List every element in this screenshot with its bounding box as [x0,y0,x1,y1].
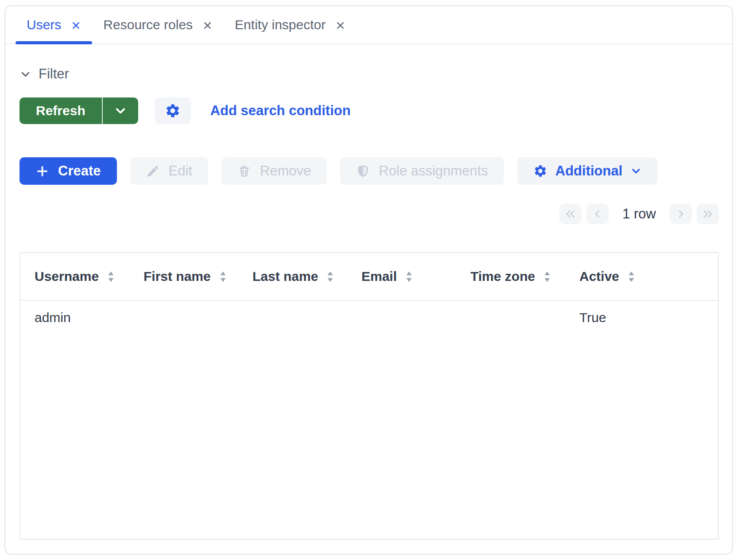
plus-icon [35,164,49,178]
filter-toggle[interactable]: Filter [19,66,69,82]
users-table: Username First name Last name [19,252,719,540]
double-chevron-left-icon [565,209,576,219]
sort-icon [327,271,334,283]
column-header-email[interactable]: Email [347,269,456,284]
edit-label: Edit [169,163,192,179]
chevron-down-icon [630,165,642,177]
trash-icon [237,164,251,178]
column-header-time-zone[interactable]: Time zone [456,269,565,284]
cell-username: admin [20,310,129,325]
refresh-split-button: Refresh [19,97,138,124]
chevron-left-icon [592,209,603,219]
sort-icon [628,271,635,283]
refresh-button[interactable]: Refresh [19,97,102,124]
column-label: Time zone [470,269,535,284]
sort-icon [220,271,226,283]
close-icon[interactable] [202,20,213,31]
column-label: Username [35,269,99,284]
filter-settings-button[interactable] [155,97,191,124]
refresh-menu-button[interactable] [102,97,138,124]
chevron-right-icon [675,209,687,219]
filter-controls: Refresh Add search condition [19,97,719,124]
tab-entity-inspector[interactable]: Entity inspector [224,6,357,43]
additional-button[interactable]: Additional [517,157,658,185]
role-assignments-label: Role assignments [379,163,488,179]
column-label: Email [361,269,397,284]
column-label: First name [144,269,211,284]
column-label: Last name [252,269,318,284]
close-icon[interactable] [71,20,81,31]
filter-label: Filter [39,66,69,82]
gear-icon [533,164,547,178]
column-header-first-name[interactable]: First name [129,269,238,284]
tab-label: Resource roles [103,17,193,32]
sort-icon [406,271,412,283]
chevron-down-icon [19,68,31,80]
last-page-button[interactable] [697,204,719,224]
cell-active: True [565,310,718,325]
rows-count-label: 1 row [622,206,656,222]
first-page-button[interactable] [559,204,582,224]
next-page-button[interactable] [670,204,692,224]
gear-icon [165,103,181,119]
close-icon[interactable] [335,20,345,31]
tab-label: Users [27,17,61,32]
double-chevron-right-icon [702,209,714,219]
create-button[interactable]: Create [19,157,117,185]
shield-icon [356,164,370,178]
paginator: 1 row [19,204,719,224]
column-header-last-name[interactable]: Last name [238,269,347,284]
edit-button[interactable]: Edit [130,157,208,185]
chevron-down-icon [114,104,127,117]
column-header-active[interactable]: Active [565,269,718,284]
add-search-condition-link[interactable]: Add search condition [210,103,351,119]
column-label: Active [579,269,619,284]
tab-resource-roles[interactable]: Resource roles [92,6,224,43]
pencil-icon [146,164,160,178]
create-label: Create [58,163,101,179]
tab-users[interactable]: Users [16,6,92,43]
additional-label: Additional [555,163,623,179]
prev-page-button[interactable] [586,204,609,224]
tab-bar: Users Resource roles Entity inspector [5,6,732,44]
column-header-username[interactable]: Username [20,269,129,284]
main-window: Users Resource roles Entity inspector Fi… [4,5,733,555]
table-header-row: Username First name Last name [20,253,718,301]
users-view: Filter Refresh Add search condition [5,44,732,540]
table-row[interactable]: admin True [20,301,718,334]
sort-icon [108,271,114,283]
role-assignments-button[interactable]: Role assignments [340,157,504,185]
tab-label: Entity inspector [235,17,326,32]
table-actions: Create Edit Remove Role assignments [19,157,719,185]
sort-icon [544,271,551,283]
remove-button[interactable]: Remove [221,157,327,185]
remove-label: Remove [260,163,311,179]
